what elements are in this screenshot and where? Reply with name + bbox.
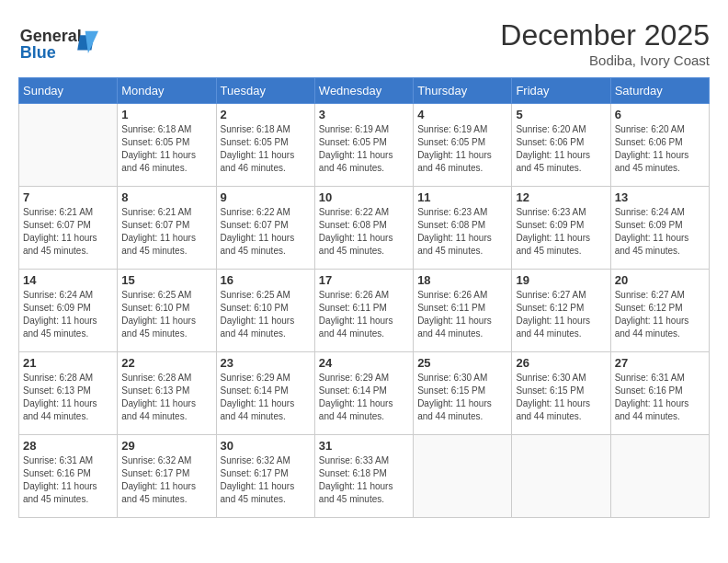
calendar-week-row: 14Sunrise: 6:24 AMSunset: 6:09 PMDayligh… <box>19 270 710 352</box>
day-number: 16 <box>221 273 311 287</box>
calendar-cell: 15Sunrise: 6:25 AMSunset: 6:10 PMDayligh… <box>118 270 216 352</box>
calendar-cell: 31Sunrise: 6:33 AMSunset: 6:18 PMDayligh… <box>314 435 413 518</box>
day-number: 23 <box>221 356 311 370</box>
day-info: Sunrise: 6:22 AMSunset: 6:07 PMDaylight:… <box>221 206 311 258</box>
day-info: Sunrise: 6:22 AMSunset: 6:08 PMDaylight:… <box>319 206 409 258</box>
day-info: Sunrise: 6:19 AMSunset: 6:05 PMDaylight:… <box>319 123 409 175</box>
calendar-cell: 9Sunrise: 6:22 AMSunset: 6:07 PMDaylight… <box>216 187 314 270</box>
svg-text:Blue: Blue <box>20 43 56 62</box>
day-info: Sunrise: 6:31 AMSunset: 6:16 PMDaylight:… <box>615 372 705 423</box>
day-info: Sunrise: 6:30 AMSunset: 6:15 PMDaylight:… <box>516 372 606 423</box>
day-info: Sunrise: 6:33 AMSunset: 6:18 PMDaylight:… <box>319 454 409 506</box>
location: Bodiba, Ivory Coast <box>500 52 710 68</box>
day-info: Sunrise: 6:19 AMSunset: 6:05 PMDaylight:… <box>417 123 507 175</box>
day-of-week-header: Wednesday <box>314 78 413 104</box>
calendar-cell: 5Sunrise: 6:20 AMSunset: 6:06 PMDaylight… <box>512 104 610 187</box>
calendar-cell <box>512 435 610 518</box>
day-info: Sunrise: 6:30 AMSunset: 6:15 PMDaylight:… <box>417 372 507 423</box>
calendar-cell: 8Sunrise: 6:21 AMSunset: 6:07 PMDaylight… <box>118 187 216 270</box>
calendar-week-row: 21Sunrise: 6:28 AMSunset: 6:13 PMDayligh… <box>19 352 710 435</box>
calendar-cell: 29Sunrise: 6:32 AMSunset: 6:17 PMDayligh… <box>118 435 216 518</box>
day-info: Sunrise: 6:21 AMSunset: 6:07 PMDaylight:… <box>121 206 211 258</box>
day-of-week-header: Saturday <box>610 78 709 104</box>
month-title: December 2025 <box>500 18 710 52</box>
day-info: Sunrise: 6:24 AMSunset: 6:09 PMDaylight:… <box>23 289 113 340</box>
day-number: 20 <box>615 273 705 287</box>
calendar-cell: 24Sunrise: 6:29 AMSunset: 6:14 PMDayligh… <box>314 352 413 435</box>
calendar-cell: 20Sunrise: 6:27 AMSunset: 6:12 PMDayligh… <box>610 270 709 352</box>
day-number: 31 <box>319 439 409 453</box>
day-info: Sunrise: 6:25 AMSunset: 6:10 PMDaylight:… <box>121 289 211 340</box>
day-number: 10 <box>319 190 409 204</box>
calendar-week-row: 7Sunrise: 6:21 AMSunset: 6:07 PMDaylight… <box>19 187 710 270</box>
day-number: 17 <box>319 273 409 287</box>
day-info: Sunrise: 6:27 AMSunset: 6:12 PMDaylight:… <box>516 289 606 340</box>
day-info: Sunrise: 6:18 AMSunset: 6:05 PMDaylight:… <box>121 123 211 175</box>
title-block: December 2025 Bodiba, Ivory Coast <box>500 18 710 68</box>
day-number: 21 <box>23 356 113 370</box>
calendar-cell: 11Sunrise: 6:23 AMSunset: 6:08 PMDayligh… <box>414 187 512 270</box>
day-number: 22 <box>121 356 211 370</box>
calendar-cell: 19Sunrise: 6:27 AMSunset: 6:12 PMDayligh… <box>512 270 610 352</box>
calendar-cell: 25Sunrise: 6:30 AMSunset: 6:15 PMDayligh… <box>414 352 512 435</box>
day-info: Sunrise: 6:24 AMSunset: 6:09 PMDaylight:… <box>615 206 705 258</box>
calendar-table: SundayMondayTuesdayWednesdayThursdayFrid… <box>18 77 710 518</box>
calendar-body: 1Sunrise: 6:18 AMSunset: 6:05 PMDaylight… <box>19 104 710 518</box>
calendar-header-row: SundayMondayTuesdayWednesdayThursdayFrid… <box>19 78 710 104</box>
calendar-cell <box>19 104 118 187</box>
day-of-week-header: Friday <box>512 78 610 104</box>
day-info: Sunrise: 6:28 AMSunset: 6:13 PMDaylight:… <box>23 372 113 423</box>
day-number: 25 <box>417 356 507 370</box>
day-number: 14 <box>23 273 113 287</box>
day-info: Sunrise: 6:20 AMSunset: 6:06 PMDaylight:… <box>615 123 705 175</box>
day-number: 13 <box>615 190 705 204</box>
day-info: Sunrise: 6:32 AMSunset: 6:17 PMDaylight:… <box>121 454 211 506</box>
calendar-cell: 23Sunrise: 6:29 AMSunset: 6:14 PMDayligh… <box>216 352 314 435</box>
day-number: 4 <box>417 108 507 121</box>
day-info: Sunrise: 6:25 AMSunset: 6:10 PMDaylight:… <box>221 289 311 340</box>
day-info: Sunrise: 6:26 AMSunset: 6:11 PMDaylight:… <box>319 289 409 340</box>
calendar-cell: 26Sunrise: 6:30 AMSunset: 6:15 PMDayligh… <box>512 352 610 435</box>
calendar-cell: 12Sunrise: 6:23 AMSunset: 6:09 PMDayligh… <box>512 187 610 270</box>
calendar-cell <box>414 435 512 518</box>
day-of-week-header: Tuesday <box>216 78 314 104</box>
day-info: Sunrise: 6:32 AMSunset: 6:17 PMDaylight:… <box>221 454 311 506</box>
calendar-cell: 2Sunrise: 6:18 AMSunset: 6:05 PMDaylight… <box>216 104 314 187</box>
day-info: Sunrise: 6:29 AMSunset: 6:14 PMDaylight:… <box>319 372 409 423</box>
calendar-cell: 14Sunrise: 6:24 AMSunset: 6:09 PMDayligh… <box>19 270 118 352</box>
day-info: Sunrise: 6:28 AMSunset: 6:13 PMDaylight:… <box>121 372 211 423</box>
day-number: 2 <box>221 108 311 121</box>
day-number: 26 <box>516 356 606 370</box>
day-info: Sunrise: 6:31 AMSunset: 6:16 PMDaylight:… <box>23 454 113 506</box>
calendar-cell: 28Sunrise: 6:31 AMSunset: 6:16 PMDayligh… <box>19 435 118 518</box>
day-info: Sunrise: 6:27 AMSunset: 6:12 PMDaylight:… <box>615 289 705 340</box>
calendar-cell: 10Sunrise: 6:22 AMSunset: 6:08 PMDayligh… <box>314 187 413 270</box>
day-info: Sunrise: 6:18 AMSunset: 6:05 PMDaylight:… <box>221 123 311 175</box>
calendar-cell: 22Sunrise: 6:28 AMSunset: 6:13 PMDayligh… <box>118 352 216 435</box>
day-number: 30 <box>221 439 311 453</box>
calendar-cell <box>610 435 709 518</box>
calendar-cell: 17Sunrise: 6:26 AMSunset: 6:11 PMDayligh… <box>314 270 413 352</box>
logo: General Blue <box>18 18 101 64</box>
calendar-cell: 27Sunrise: 6:31 AMSunset: 6:16 PMDayligh… <box>610 352 709 435</box>
day-number: 11 <box>417 190 507 204</box>
calendar-cell: 18Sunrise: 6:26 AMSunset: 6:11 PMDayligh… <box>414 270 512 352</box>
day-number: 29 <box>121 439 211 453</box>
calendar-cell: 7Sunrise: 6:21 AMSunset: 6:07 PMDaylight… <box>19 187 118 270</box>
day-number: 5 <box>516 108 606 121</box>
svg-text:General: General <box>20 27 82 45</box>
day-info: Sunrise: 6:21 AMSunset: 6:07 PMDaylight:… <box>23 206 113 258</box>
day-number: 3 <box>319 108 409 121</box>
calendar-cell: 3Sunrise: 6:19 AMSunset: 6:05 PMDaylight… <box>314 104 413 187</box>
day-of-week-header: Monday <box>118 78 216 104</box>
day-number: 24 <box>319 356 409 370</box>
calendar-cell: 4Sunrise: 6:19 AMSunset: 6:05 PMDaylight… <box>414 104 512 187</box>
day-of-week-header: Sunday <box>19 78 118 104</box>
calendar-cell: 13Sunrise: 6:24 AMSunset: 6:09 PMDayligh… <box>610 187 709 270</box>
day-of-week-header: Thursday <box>414 78 512 104</box>
calendar-cell: 6Sunrise: 6:20 AMSunset: 6:06 PMDaylight… <box>610 104 709 187</box>
day-info: Sunrise: 6:29 AMSunset: 6:14 PMDaylight:… <box>221 372 311 423</box>
day-number: 18 <box>417 273 507 287</box>
day-number: 1 <box>121 108 211 121</box>
day-info: Sunrise: 6:26 AMSunset: 6:11 PMDaylight:… <box>417 289 507 340</box>
